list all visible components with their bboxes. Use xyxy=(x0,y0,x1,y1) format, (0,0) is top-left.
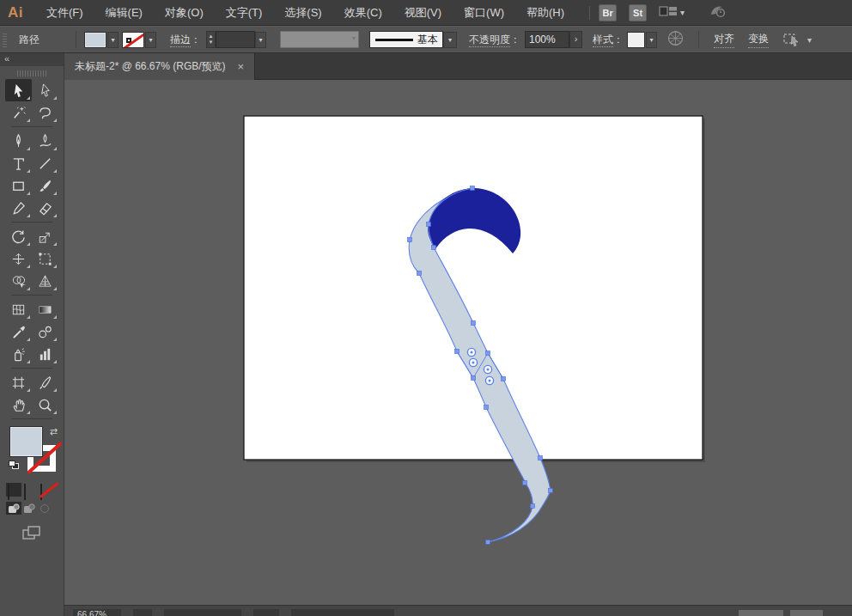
fill-dropdown-chevron-icon[interactable]: ▾ xyxy=(107,32,119,48)
select-similar-chevron-icon[interactable]: ▾ xyxy=(807,35,812,45)
paintbrush-tool[interactable] xyxy=(32,174,58,197)
brush-definition-select[interactable]: 基本 xyxy=(369,31,443,48)
tools-panel-header[interactable]: « xyxy=(0,53,64,66)
type-tool[interactable] xyxy=(5,152,32,174)
free-transform-tool[interactable] xyxy=(32,247,58,270)
menu-select[interactable]: 选择(S) xyxy=(273,0,332,26)
anchor-point[interactable] xyxy=(472,321,476,326)
menu-effect[interactable]: 效果(C) xyxy=(333,0,393,26)
artboard-nav-field[interactable] xyxy=(164,609,241,616)
collapse-panel-icon[interactable]: « xyxy=(4,53,9,64)
anchor-point[interactable] xyxy=(486,540,490,545)
live-corner-widget[interactable] xyxy=(485,376,493,384)
fill-indicator[interactable] xyxy=(9,426,43,457)
artboard-tool[interactable] xyxy=(5,371,32,393)
stroke-dropdown-chevron-icon[interactable]: ▾ xyxy=(145,32,156,48)
transform-panel-link[interactable]: 变换 xyxy=(748,32,769,48)
stroke-panel-link[interactable]: 描边 xyxy=(170,34,191,47)
width-tool[interactable] xyxy=(5,247,32,270)
swap-fill-stroke-icon[interactable]: ⇄ xyxy=(50,426,58,437)
hand-tool[interactable] xyxy=(5,393,32,416)
artboard-nav-buttons[interactable] xyxy=(253,609,279,616)
magic-wand-tool[interactable] xyxy=(5,101,32,124)
opacity-forward-button[interactable]: › xyxy=(569,31,582,48)
menu-object[interactable]: 对象(O) xyxy=(154,0,215,26)
slice-tool[interactable] xyxy=(32,371,58,393)
rectangle-tool[interactable] xyxy=(5,174,32,197)
perspective-grid-tool[interactable] xyxy=(32,270,58,292)
anchor-point[interactable] xyxy=(471,186,475,191)
canvas-area[interactable] xyxy=(64,80,852,605)
select-similar-icon[interactable] xyxy=(782,31,803,49)
opacity-panel-link[interactable]: 不透明度 xyxy=(469,34,510,47)
chevron-down-icon[interactable]: ▾ xyxy=(680,8,685,17)
fill-color-swatch[interactable] xyxy=(84,32,106,48)
anchor-point[interactable] xyxy=(472,376,476,381)
screen-mode-icon[interactable] xyxy=(21,525,42,544)
menu-file[interactable]: 文件(F) xyxy=(35,0,94,26)
live-corner-widget[interactable] xyxy=(469,358,477,366)
style-swatch[interactable] xyxy=(627,32,645,48)
tools-panel-grip[interactable] xyxy=(17,70,46,76)
zoom-chevron-button[interactable] xyxy=(133,609,152,616)
zoom-tool[interactable] xyxy=(32,393,58,416)
shape-builder-tool[interactable] xyxy=(5,270,32,292)
style-chevron-icon[interactable]: ▾ xyxy=(646,32,657,48)
blend-tool[interactable] xyxy=(32,320,58,343)
menu-view[interactable]: 视图(V) xyxy=(393,0,453,26)
gradient-tool[interactable] xyxy=(32,298,58,320)
pen-tool[interactable] xyxy=(5,130,32,152)
rotate-tool[interactable] xyxy=(5,225,32,247)
none-button[interactable] xyxy=(39,483,54,497)
anchor-point[interactable] xyxy=(486,351,490,356)
gradient-button[interactable] xyxy=(22,483,38,497)
anchor-point[interactable] xyxy=(502,377,506,381)
anchor-point[interactable] xyxy=(484,406,489,410)
bridge-button[interactable]: Br xyxy=(599,4,617,21)
anchor-point[interactable] xyxy=(549,489,553,493)
anchor-point[interactable] xyxy=(455,350,459,354)
anchor-point[interactable] xyxy=(427,223,431,227)
direct-selection-tool[interactable] xyxy=(32,79,58,101)
stroke-weight-field[interactable] xyxy=(216,31,255,48)
lasso-tool[interactable] xyxy=(32,101,58,124)
menu-help[interactable]: 帮助(H) xyxy=(515,0,575,26)
anchor-point[interactable] xyxy=(432,246,436,250)
live-corner-widget[interactable] xyxy=(484,365,491,373)
default-fill-stroke-icon[interactable] xyxy=(9,460,20,470)
sync-icon[interactable] xyxy=(709,3,727,22)
stroke-weight-chevron-icon[interactable]: ▾ xyxy=(255,32,266,48)
panel-grip[interactable] xyxy=(3,32,7,47)
artboard[interactable] xyxy=(244,116,703,460)
anchor-point[interactable] xyxy=(539,456,543,460)
menu-type[interactable]: 文字(T) xyxy=(215,0,274,26)
scale-tool[interactable] xyxy=(32,225,58,247)
style-panel-link[interactable]: 样式 xyxy=(593,34,613,47)
document-tab[interactable]: 未标题-2* @ 66.67% (RGB/预览) × xyxy=(64,53,255,80)
draw-behind-button[interactable] xyxy=(21,502,37,515)
opacity-field[interactable]: 100% xyxy=(525,31,569,48)
curvature-tool[interactable] xyxy=(32,130,58,152)
mesh-tool[interactable] xyxy=(5,298,32,320)
zoom-level-field[interactable]: 66.67% xyxy=(73,609,121,616)
draw-normal-button[interactable] xyxy=(6,502,21,515)
eyedropper-tool[interactable] xyxy=(5,320,32,343)
align-panel-link[interactable]: 对齐 xyxy=(714,32,734,48)
column-graph-tool[interactable] xyxy=(32,343,58,365)
pencil-tool[interactable] xyxy=(5,197,32,219)
close-tab-icon[interactable]: × xyxy=(238,60,245,73)
stock-button[interactable]: St xyxy=(629,4,647,21)
menu-window[interactable]: 窗口(W) xyxy=(453,0,515,26)
anchor-point[interactable] xyxy=(531,504,535,509)
line-segment-tool[interactable] xyxy=(32,152,58,174)
document-setup-icon[interactable] xyxy=(667,30,684,49)
anchor-point[interactable] xyxy=(523,481,527,485)
brush-chevron-icon[interactable]: ▾ xyxy=(443,32,457,48)
symbol-sprayer-tool[interactable] xyxy=(5,343,32,365)
anchor-point[interactable] xyxy=(417,271,422,276)
stroke-weight-stepper[interactable]: ▲▼ xyxy=(206,31,216,48)
menu-edit[interactable]: 编辑(E) xyxy=(94,0,154,26)
workspace-icon[interactable] xyxy=(659,4,678,21)
color-button[interactable] xyxy=(6,483,21,497)
status-chip[interactable] xyxy=(790,610,823,616)
